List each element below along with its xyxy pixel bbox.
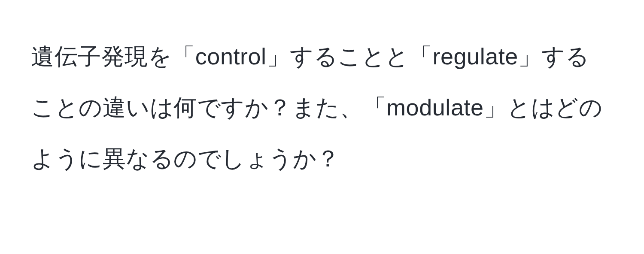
question-text: 遺伝子発現を「control」することと「regulate」することの違いは何で… xyxy=(31,31,613,184)
